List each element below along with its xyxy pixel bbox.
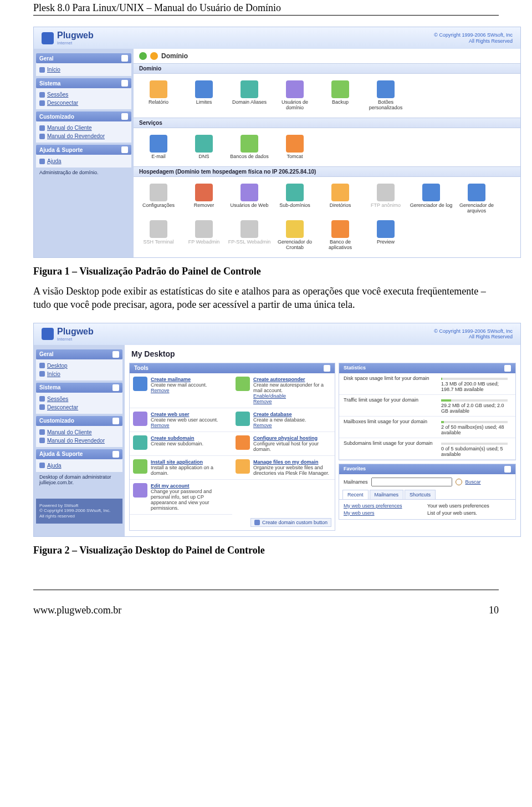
tab-mailnames[interactable]: Mailnames — [370, 490, 404, 499]
sidebar-item-inicio[interactable]: Início — [39, 370, 119, 378]
logout-icon — [39, 404, 45, 410]
tab-shortcuts[interactable]: Shortcuts — [405, 490, 436, 499]
btn-ftp-anonimo[interactable]: FTP anônimo — [364, 181, 407, 216]
copyright-text: © Copyright 1999-2006 SWsoft, IncAll Rig… — [434, 32, 513, 44]
tool-install-app[interactable]: Install site applicationInstall a site a… — [130, 456, 232, 480]
fpssl-icon — [241, 220, 258, 238]
fav-link[interactable]: My web users preferences — [344, 503, 427, 509]
btn-diretorios[interactable]: Diretórios — [319, 181, 362, 216]
tomcat-icon — [286, 135, 304, 153]
webusers-icon — [241, 184, 258, 201]
chevron-icon — [121, 55, 128, 62]
sidebar-item-sessoes[interactable]: Sessões — [39, 395, 119, 403]
tool-create-subdomain[interactable]: Create subdomainCreate new subdomain. — [130, 432, 232, 456]
sidebar-cat-geral[interactable]: Geral — [36, 53, 131, 63]
sidebar-cat-ajuda[interactable]: Ajuda & Suporte — [36, 449, 122, 459]
tool-create-autoresponder[interactable]: Create autoresponderCreate new autorespo… — [232, 373, 335, 408]
account-icon — [133, 483, 147, 498]
sidebar-item-manual-revendedor[interactable]: Manual do Revendedor — [39, 132, 128, 140]
progress-bar — [441, 378, 508, 380]
users-icon — [286, 80, 304, 98]
sidebar-cat-sistema[interactable]: Sistema — [36, 383, 122, 393]
sidebar-item-sessoes[interactable]: Sessões — [39, 90, 128, 99]
fav-search-input[interactable] — [371, 478, 452, 486]
sidebar-cat-sistema[interactable]: Sistema — [36, 78, 131, 88]
btn-bancos-dados[interactable]: Bancos de dados — [228, 133, 271, 162]
tool-create-mailname[interactable]: Create mailnameCreate new mail account.R… — [130, 373, 232, 408]
page-header: Plesk 8.0 Para Linux/UNIX – Manual do Us… — [33, 0, 499, 14]
chevron-icon — [112, 451, 119, 458]
btn-configuracoes[interactable]: Configurações — [137, 181, 180, 216]
fav-link[interactable]: My web users — [344, 510, 427, 516]
sidebar-item-desconectar[interactable]: Desconectar — [39, 99, 128, 107]
sidebar-cat-customizado[interactable]: Customizado — [36, 416, 122, 426]
sessions-icon — [39, 92, 45, 98]
chevron-icon — [121, 80, 128, 87]
sidebar-item-ajuda[interactable]: Ajuda — [39, 157, 128, 165]
sidebar-cat-geral[interactable]: Geral — [36, 349, 122, 359]
create-custom-button[interactable]: Create domain custom button — [250, 518, 331, 527]
chevron-icon[interactable] — [504, 365, 511, 372]
btn-botoes-personalizados[interactable]: Botões personalizados — [364, 78, 407, 113]
btn-usuarios-web[interactable]: Usuários de Web — [228, 181, 271, 216]
sidebar-item-manual-cliente[interactable]: Manual do Cliente — [39, 124, 128, 132]
tool-create-webuser[interactable]: Create web userCreate new web user accou… — [130, 408, 232, 432]
tool-manage-files[interactable]: Manage files on my domainOrganize your w… — [232, 456, 335, 480]
btn-subdominios[interactable]: Sub-domínios — [273, 181, 316, 216]
sidebar-cat-customizado[interactable]: Customizado — [36, 111, 131, 121]
btn-dns[interactable]: DNS — [182, 133, 226, 162]
progress-bar — [441, 443, 508, 445]
stat-row: Mailboxes limit usage for your domain2 o… — [339, 417, 515, 438]
sidebar-item-manual-revendedor[interactable]: Manual do Revendedor — [39, 437, 119, 445]
tab-recent[interactable]: Recent — [342, 490, 369, 499]
section-hospedagem: Hospedagem (Domínio tem hospedagem físic… — [134, 166, 520, 177]
fav-link-desc: List of your web users. — [427, 510, 511, 516]
book-icon — [39, 125, 45, 131]
figure-1-caption: Figura 1 – Visualização Padrão do Painel… — [33, 266, 499, 277]
plus-icon — [254, 520, 260, 525]
btn-fpssl-webadmin[interactable]: FP-SSL Webadmin — [228, 218, 271, 253]
fav-tabs: Recent Mailnames Shortcuts — [339, 490, 515, 500]
btn-limites[interactable]: Limites — [182, 78, 226, 113]
btn-ssh-terminal[interactable]: SSH Terminal — [137, 218, 180, 253]
btn-gerenciador-arquivos[interactable]: Gerenciador de arquivos — [455, 181, 498, 216]
btn-fp-webadmin[interactable]: FP Webadmin — [182, 218, 226, 253]
tool-configure-hosting[interactable]: Configure physical hostingConfigure virt… — [232, 432, 335, 456]
brand-logo: PlugwebInternet — [42, 31, 94, 45]
report-icon — [150, 80, 167, 98]
figure-2-caption: Figura 2 – Visualização Desktop do Paine… — [33, 545, 499, 556]
stats-title: Statistics — [344, 365, 366, 372]
figure-2-screenshot: PlugwebInternet © Copyright 1999-2006 SW… — [33, 323, 521, 537]
chevron-icon[interactable] — [504, 466, 511, 473]
chevron-icon[interactable] — [324, 365, 330, 372]
btn-domain-aliases[interactable]: Domain Aliases — [228, 78, 271, 113]
sidebar-item-ajuda[interactable]: Ajuda — [39, 461, 119, 470]
btn-backup[interactable]: Backup — [319, 78, 362, 113]
btn-tomcat[interactable]: Tomcat — [273, 133, 316, 162]
sidebar-item-manual-cliente[interactable]: Manual do Cliente — [39, 428, 119, 437]
fp-icon — [195, 220, 213, 238]
btn-relatorio[interactable]: Relatório — [137, 78, 180, 113]
btn-banco-aplicativos[interactable]: Banco de aplicativos — [319, 218, 362, 253]
btn-gerenciador-log[interactable]: Gerenciador de log — [410, 181, 453, 216]
sidebar-cat-ajuda[interactable]: Ajuda & Suporte — [36, 145, 131, 155]
btn-crontab[interactable]: Gerenciador do Crontab — [273, 218, 316, 253]
tool-edit-account[interactable]: Edit my accountChange your password and … — [130, 480, 232, 515]
sidebar-item-inicio[interactable]: Início — [39, 65, 128, 74]
autoresponder-icon — [236, 377, 250, 391]
tools-panel: Tools Create mailnameCreate new mail acc… — [129, 363, 335, 531]
progress-bar — [441, 399, 508, 402]
tool-create-database[interactable]: Create databaseCreate a new database.Rem… — [232, 408, 335, 432]
home-icon — [39, 67, 45, 73]
fav-search-link[interactable]: Buscar — [466, 479, 481, 485]
btn-email[interactable]: E-mail — [137, 133, 180, 162]
brand-icon — [42, 328, 54, 340]
btn-preview[interactable]: Preview — [364, 218, 407, 253]
book-icon — [39, 134, 45, 139]
stat-row: Traffic limit usage for your domain29.2 … — [339, 395, 515, 417]
btn-usuarios-dominio[interactable]: Usuários de domínio — [273, 78, 316, 113]
btn-remover[interactable]: Remover — [182, 181, 226, 216]
sidebar-item-desconectar[interactable]: Desconectar — [39, 403, 119, 412]
sidebar-item-desktop[interactable]: Desktop — [39, 362, 119, 370]
sidebar: Geral Início Sistema Sessões Desconectar… — [34, 49, 134, 257]
